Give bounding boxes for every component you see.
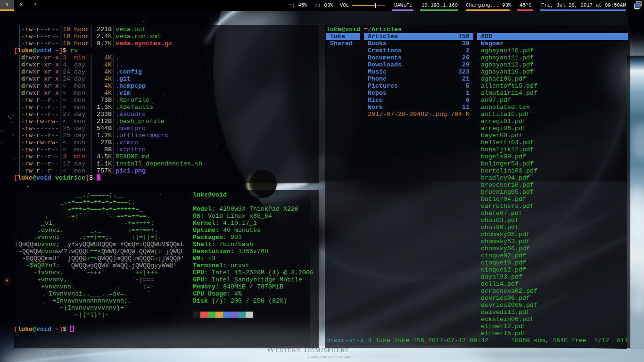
svg-text:GUCKEN.DEVIANTART.COM: GUCKEN.DEVIANTART.COM <box>308 355 351 358</box>
